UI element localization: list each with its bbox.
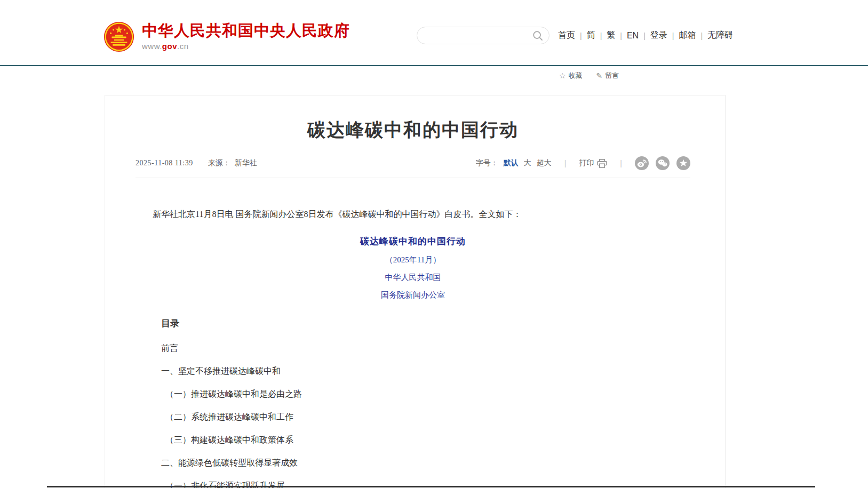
source-value: 新华社 [235,158,257,168]
search-input[interactable] [426,31,532,40]
favorite-button[interactable]: ☆ 收藏 [559,71,583,81]
comment-button[interactable]: ✎ 留言 [596,71,619,81]
toc-item: （三）构建碳达峰碳中和政策体系 [161,436,690,444]
site-header: 中华人民共和国中央人民政府 www.gov.cn 首页 | 简 | 繁 | EN… [0,0,868,65]
toc-item: （二）系统推进碳达峰碳中和工作 [161,413,690,421]
site-url: www.gov.cn [142,42,350,51]
header-divider [0,65,868,66]
meta-right: 字号： 默认 大 超大 | 打印 | [476,156,690,170]
nav-link-traditional[interactable]: 繁 [607,30,615,41]
font-size-label: 字号： [476,158,498,168]
print-button[interactable]: 打印 [579,158,607,168]
magnifier-icon [532,30,543,41]
comment-label: 留言 [605,71,619,81]
quick-actions: ☆ 收藏 ✎ 留言 [559,71,619,81]
page: { "header": { "site_title": "中华人民共和国中央人民… [0,0,868,488]
site-title: 中华人民共和国中央人民政府 [142,21,350,39]
nav-link-login[interactable]: 登录 [650,30,667,41]
weibo-icon [635,156,649,170]
article-meta: 2025-11-08 11:39 来源： 新华社 字号： 默认 大 超大 | 打… [136,156,690,178]
logo-text: 中华人民共和国中央人民政府 www.gov.cn [142,21,350,51]
document-org-line1: 中华人民共和国 [136,273,690,283]
search-button[interactable] [532,30,544,42]
nav-separator: | [580,31,582,40]
url-prefix: www. [142,42,162,51]
share-qzone-button[interactable] [676,156,690,170]
lead-paragraph: 新华社北京11月8日电 国务院新闻办公室8日发布《碳达峰碳中和的中国行动》白皮书… [136,207,690,222]
font-size-default-button[interactable]: 默认 [504,158,519,168]
nav-link-home[interactable]: 首页 [558,30,575,41]
print-label: 打印 [579,158,594,168]
url-gov: gov [162,42,177,51]
footer-top-border [47,486,815,487]
nav-separator: | [600,31,602,40]
article-container: 碳达峰碳中和的中国行动 2025-11-08 11:39 来源： 新华社 字号：… [105,95,726,488]
nav-link-simplified[interactable]: 简 [587,30,595,41]
document-org-line2: 国务院新闻办公室 [136,290,690,300]
national-emblem-icon [103,21,134,52]
nav-separator: | [643,31,646,40]
qzone-star-icon [676,156,690,170]
search-box [417,27,550,44]
favorite-label: 收藏 [569,71,583,81]
share-icons [635,156,690,170]
nav-separator: | [672,31,674,40]
url-suffix: .cn [177,42,189,51]
meta-separator: | [564,159,567,167]
nav-separator: | [620,31,622,40]
font-size-xlarge-button[interactable]: 超大 [537,158,552,168]
toc-item: （一）推进碳达峰碳中和是必由之路 [161,390,690,398]
share-wechat-button[interactable] [656,156,670,170]
toc-item: 一、坚定不移推进碳达峰碳中和 [161,367,690,375]
star-outline-icon: ☆ [559,72,566,79]
site-logo[interactable]: 中华人民共和国中央人民政府 www.gov.cn [103,21,350,52]
publish-date: 2025-11-08 11:39 [136,159,193,167]
printer-icon [597,159,607,168]
nav-separator: | [700,31,703,40]
table-of-contents: 前言 一、坚定不移推进碳达峰碳中和 （一）推进碳达峰碳中和是必由之路 （二）系统… [161,344,690,488]
toc-item: 前言 [161,344,690,353]
top-nav: 首页 | 简 | 繁 | EN | 登录 | 邮箱 | 无障碍 [558,30,733,41]
share-weibo-button[interactable] [635,156,649,170]
document-heading: 碳达峰碳中和的中国行动 （2025年11月） 中华人民共和国 国务院新闻办公室 [136,235,690,300]
source-label: 来源： [208,158,230,168]
nav-link-english[interactable]: EN [627,31,639,41]
document-title: 碳达峰碳中和的中国行动 [136,235,690,247]
nav-link-mail[interactable]: 邮箱 [679,30,696,41]
pencil-icon: ✎ [596,72,603,79]
toc-item: 二、能源绿色低碳转型取得显著成效 [161,459,690,467]
document-date: （2025年11月） [136,255,690,265]
article-title: 碳达峰碳中和的中国行动 [136,118,690,142]
meta-left: 2025-11-08 11:39 来源： 新华社 [136,158,257,168]
meta-separator: | [620,159,622,167]
nav-link-accessibility[interactable]: 无障碍 [707,30,733,41]
wechat-icon [656,156,670,170]
toc-heading: 目录 [161,317,690,330]
font-size-large-button[interactable]: 大 [524,158,531,168]
